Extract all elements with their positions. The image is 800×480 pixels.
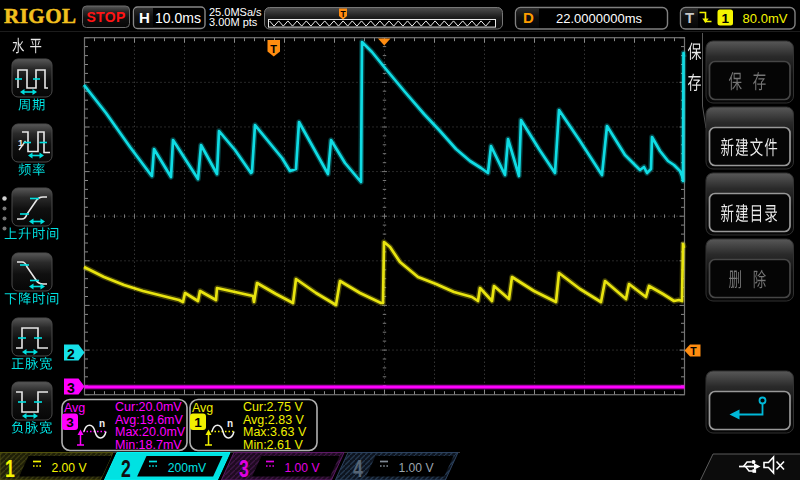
- svg-text:4: 4: [353, 455, 363, 480]
- svg-text:RIGOL: RIGOL: [4, 4, 77, 28]
- svg-text:80.0mV: 80.0mV: [743, 11, 788, 26]
- svg-text:Min:18.7mV: Min:18.7mV: [115, 438, 182, 452]
- svg-text:3: 3: [239, 455, 249, 480]
- svg-text:3.00M pts: 3.00M pts: [209, 16, 258, 28]
- svg-text:T: T: [270, 43, 277, 55]
- svg-text:2: 2: [67, 346, 75, 362]
- svg-text:3: 3: [66, 415, 74, 430]
- svg-text:1: 1: [18, 137, 24, 148]
- svg-text:1.00 V: 1.00 V: [398, 460, 434, 476]
- svg-text:Avg: Avg: [64, 401, 85, 415]
- svg-text:T: T: [340, 9, 346, 19]
- svg-text:200mV: 200mV: [168, 460, 207, 476]
- svg-text:D: D: [523, 9, 534, 26]
- svg-text:Avg: Avg: [192, 401, 213, 415]
- svg-text:T: T: [690, 345, 697, 357]
- svg-text:n: n: [99, 418, 105, 429]
- svg-text:1: 1: [721, 11, 729, 26]
- svg-text:T: T: [685, 9, 694, 26]
- svg-text:1.00 V: 1.00 V: [284, 460, 320, 476]
- svg-text:STOP: STOP: [86, 9, 125, 25]
- svg-text:3: 3: [67, 380, 75, 396]
- svg-text:10.0ms: 10.0ms: [155, 10, 201, 26]
- svg-text:1: 1: [194, 415, 202, 430]
- svg-text:1: 1: [5, 455, 15, 480]
- svg-text:n: n: [227, 418, 233, 429]
- svg-text:Min:2.61 V: Min:2.61 V: [243, 438, 303, 452]
- svg-text:2.00 V: 2.00 V: [51, 460, 87, 476]
- svg-text:H: H: [139, 9, 150, 26]
- svg-text:2: 2: [121, 455, 131, 480]
- svg-text:22.0000000ms: 22.0000000ms: [556, 11, 643, 26]
